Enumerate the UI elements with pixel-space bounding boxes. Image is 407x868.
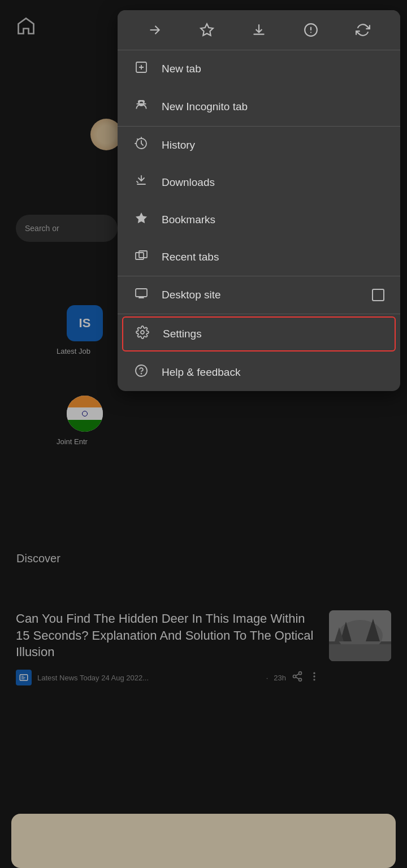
menu-item-settings[interactable]: Settings [122, 316, 396, 351]
menu-item-help[interactable]: Help & feedback [118, 354, 400, 391]
refresh-button[interactable] [350, 20, 376, 40]
bookmarks-label: Bookmarks [162, 214, 384, 226]
menu-item-recent-tabs[interactable]: Recent tabs [118, 238, 400, 276]
settings-icon [135, 326, 150, 342]
svg-marker-19 [136, 212, 147, 223]
bookmarks-icon [133, 211, 149, 228]
new-tab-label: New tab [162, 63, 384, 75]
menu-toolbar [118, 10, 400, 50]
menu-item-new-tab[interactable]: New tab [118, 50, 400, 88]
help-icon [133, 364, 149, 381]
svg-rect-20 [136, 253, 144, 259]
menu-item-history[interactable]: History [118, 127, 400, 164]
svg-point-25 [141, 374, 142, 374]
download-button[interactable] [246, 20, 272, 40]
svg-rect-21 [139, 251, 147, 258]
svg-rect-22 [136, 289, 147, 297]
help-label: Help & feedback [162, 366, 384, 379]
desktop-site-checkbox[interactable] [372, 289, 384, 301]
info-button[interactable] [298, 20, 324, 40]
desktop-site-icon [133, 287, 149, 303]
menu-item-incognito[interactable]: New Incognito tab [118, 88, 400, 126]
menu-item-bookmarks[interactable]: Bookmarks [118, 201, 400, 238]
recent-tabs-icon [133, 249, 149, 266]
svg-point-23 [141, 331, 144, 334]
settings-label: Settings [163, 328, 383, 340]
menu-item-desktop-site[interactable]: Desktop site [118, 276, 400, 314]
forward-button[interactable] [142, 20, 168, 40]
incognito-icon [133, 98, 149, 116]
menu-item-downloads[interactable]: Downloads [118, 164, 400, 201]
history-label: History [162, 139, 384, 151]
dropdown-menu: New tab New Incognito tab History [118, 10, 400, 391]
history-icon [133, 137, 149, 154]
bookmark-button[interactable] [194, 20, 220, 40]
divider-3 [118, 314, 400, 314]
svg-point-24 [136, 365, 147, 376]
recent-tabs-label: Recent tabs [162, 251, 384, 263]
incognito-label: New Incognito tab [162, 101, 384, 113]
desktop-site-label: Desktop site [162, 289, 360, 301]
svg-marker-14 [201, 24, 213, 36]
new-tab-icon [133, 60, 149, 77]
downloads-icon [133, 174, 149, 191]
downloads-label: Downloads [162, 176, 384, 189]
